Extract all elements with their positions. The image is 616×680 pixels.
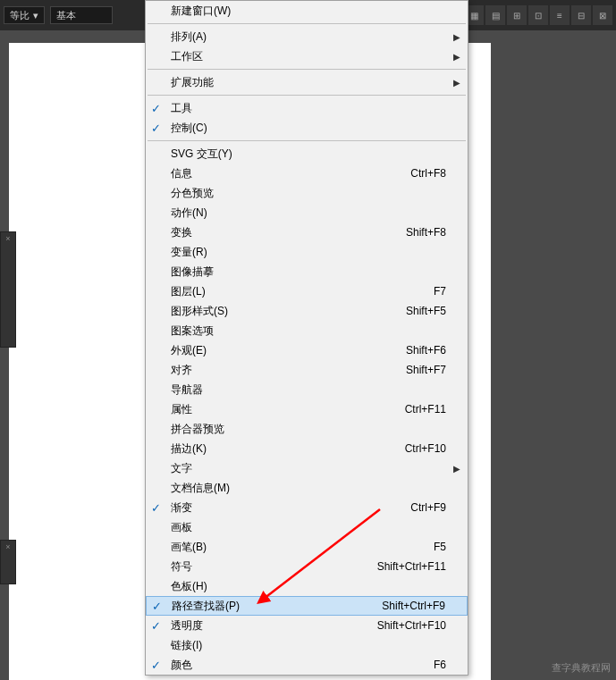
menu-item-label: 排列(A) <box>171 29 446 45</box>
basic-dropdown[interactable]: 基本 <box>50 6 113 24</box>
panel-stub-2[interactable]: × <box>0 540 16 584</box>
menu-item-31[interactable]: 符号Shift+Ctrl+F11 <box>146 557 468 576</box>
menu-item-29[interactable]: 画板 <box>146 517 468 537</box>
submenu-arrow-icon: ▶ <box>453 32 460 42</box>
menu-item-10[interactable]: SVG 交互(Y) <box>146 144 468 164</box>
menu-item-24[interactable]: 拼合器预览 <box>146 419 468 439</box>
menu-item-label: 导航器 <box>171 382 446 398</box>
menu-item-15[interactable]: 变量(R) <box>146 242 468 262</box>
align-icon-1[interactable]: ▤ <box>485 5 505 25</box>
menu-item-8[interactable]: ✓控制(C) <box>146 118 468 138</box>
menu-item-36[interactable]: ✓颜色F6 <box>146 655 468 675</box>
menu-item-label: 拼合器预览 <box>171 422 446 437</box>
toolbar-right-icons: ▦▤⊞⊡≡⊟⊠ <box>464 5 612 25</box>
menu-item-30[interactable]: 画笔(B)F5 <box>146 537 468 557</box>
watermark: 查字典教程网 <box>552 661 611 675</box>
menu-item-label: SVG 交互(Y) <box>171 147 446 162</box>
menu-item-14[interactable]: 变换Shift+F8 <box>146 222 468 242</box>
check-icon: ✓ <box>151 122 161 135</box>
menu-separator <box>148 23 466 24</box>
menu-item-label: 符号 <box>171 559 377 575</box>
align-icon-5[interactable]: ⊟ <box>571 5 591 25</box>
menu-item-label: 文字 <box>171 461 446 476</box>
menu-item-label: 工具 <box>171 101 446 116</box>
menu-item-label: 分色预览 <box>171 186 446 201</box>
menu-item-label: 图像描摹 <box>171 264 446 280</box>
menu-item-26[interactable]: 文字▶ <box>146 458 468 478</box>
menu-item-35[interactable]: 链接(I) <box>146 635 468 655</box>
submenu-arrow-icon: ▶ <box>453 464 460 474</box>
menu-item-33[interactable]: ✓路径查找器(P)Shift+Ctrl+F9 <box>146 596 468 616</box>
menu-item-label: 变换 <box>171 225 406 240</box>
menu-item-27[interactable]: 文档信息(M) <box>146 478 468 498</box>
menu-item-label: 渐变 <box>171 500 410 516</box>
menu-item-label: 新建窗口(W) <box>171 4 446 19</box>
menu-item-12[interactable]: 分色预览 <box>146 183 468 203</box>
menu-item-label: 动作(N) <box>171 206 446 221</box>
menu-item-shortcut: Shift+Ctrl+F9 <box>382 600 445 612</box>
menu-item-label: 变量(R) <box>171 245 446 260</box>
align-icon-2[interactable]: ⊞ <box>507 5 527 25</box>
menu-item-label: 扩展功能 <box>171 75 446 90</box>
menu-item-label: 透明度 <box>171 618 377 634</box>
menu-item-shortcut: Ctrl+F10 <box>405 442 446 455</box>
align-icon-4[interactable]: ≡ <box>550 5 570 25</box>
menu-item-label: 信息 <box>171 166 410 181</box>
basic-label: 基本 <box>56 9 76 22</box>
menu-item-32[interactable]: 色板(H) <box>146 576 468 596</box>
menu-separator <box>148 69 466 70</box>
menu-item-5[interactable]: 扩展功能▶ <box>146 72 468 92</box>
menu-item-shortcut: F5 <box>434 541 446 553</box>
menu-item-shortcut: Shift+F7 <box>406 364 446 376</box>
menu-item-label: 画笔(B) <box>171 540 434 555</box>
menu-item-3[interactable]: 工作区▶ <box>146 46 468 66</box>
menu-item-7[interactable]: ✓工具 <box>146 98 468 118</box>
menu-item-shortcut: Shift+Ctrl+F11 <box>377 560 446 573</box>
chevron-down-icon: ▾ <box>33 10 38 21</box>
menu-item-shortcut: Ctrl+F11 <box>405 403 446 416</box>
menu-item-label: 属性 <box>171 402 405 417</box>
menu-item-18[interactable]: 图形样式(S)Shift+F5 <box>146 301 468 321</box>
menu-item-17[interactable]: 图层(L)F7 <box>146 281 468 301</box>
menu-item-21[interactable]: 对齐Shift+F7 <box>146 360 468 380</box>
menu-item-label: 图层(L) <box>171 284 434 299</box>
menu-separator <box>148 95 466 96</box>
align-icon-6[interactable]: ⊠ <box>593 5 612 25</box>
menu-item-16[interactable]: 图像描摹 <box>146 262 468 281</box>
menu-item-28[interactable]: ✓渐变Ctrl+F9 <box>146 498 468 517</box>
menu-item-11[interactable]: 信息Ctrl+F8 <box>146 164 468 183</box>
menu-item-label: 路径查找器(P) <box>172 599 382 614</box>
menu-item-label: 图案选项 <box>171 323 446 339</box>
menu-item-13[interactable]: 动作(N) <box>146 203 468 222</box>
menu-item-shortcut: F7 <box>434 285 446 298</box>
panel-stub-1[interactable]: × <box>0 231 16 348</box>
menu-item-label: 对齐 <box>171 363 406 378</box>
menu-item-0[interactable]: 新建窗口(W) <box>146 1 468 21</box>
align-icon-3[interactable]: ⊡ <box>528 5 548 25</box>
menu-item-25[interactable]: 描边(K)Ctrl+F10 <box>146 439 468 458</box>
menu-item-label: 工作区 <box>171 49 446 64</box>
menu-item-2[interactable]: 排列(A)▶ <box>146 27 468 46</box>
submenu-arrow-icon: ▶ <box>453 78 460 88</box>
menu-item-shortcut: Ctrl+F8 <box>410 167 446 180</box>
menu-item-label: 外观(E) <box>171 343 406 358</box>
check-icon: ✓ <box>152 600 162 613</box>
menu-item-shortcut: F6 <box>434 659 446 671</box>
window-menu: 新建窗口(W)排列(A)▶工作区▶扩展功能▶✓工具✓控制(C)SVG 交互(Y)… <box>145 0 468 676</box>
menu-item-label: 画板 <box>171 520 446 535</box>
menu-item-22[interactable]: 导航器 <box>146 380 468 399</box>
ratio-dropdown[interactable]: 等比 ▾ <box>4 6 45 24</box>
menu-item-23[interactable]: 属性Ctrl+F11 <box>146 399 468 419</box>
check-icon: ✓ <box>151 659 161 672</box>
close-icon[interactable]: × <box>1 232 15 245</box>
menu-item-shortcut: Shift+F5 <box>406 305 446 317</box>
menu-item-label: 色板(H) <box>171 579 446 594</box>
check-icon: ✓ <box>151 619 161 633</box>
menu-item-20[interactable]: 外观(E)Shift+F6 <box>146 340 468 360</box>
check-icon: ✓ <box>151 102 161 115</box>
menu-item-19[interactable]: 图案选项 <box>146 321 468 340</box>
close-icon[interactable]: × <box>1 541 15 553</box>
menu-item-34[interactable]: ✓透明度Shift+Ctrl+F10 <box>146 616 468 635</box>
menu-item-label: 文档信息(M) <box>171 481 446 496</box>
menu-item-shortcut: Ctrl+F9 <box>410 501 446 514</box>
